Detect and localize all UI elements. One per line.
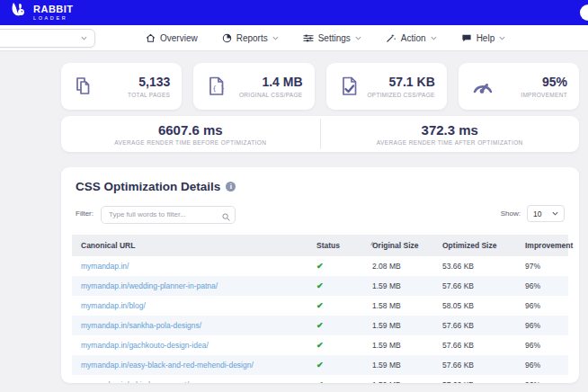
stat-card-total-pages: 5,133 TOTAL PAGES: [61, 63, 182, 110]
original-size-cell: 1.59 MB: [363, 335, 433, 355]
table-row: mymandap.in/easy-black-and-red-mehendi-d…: [72, 355, 568, 375]
filter-label: Filter:: [76, 209, 94, 218]
rabbitloader-logo[interactable]: RABBIT LOADER: [7, 1, 74, 24]
brand-text: RABBIT LOADER: [33, 4, 74, 22]
table-row: mymandap.in/rabindra-sangeet/ ✔ 1.59 MB …: [72, 375, 568, 384]
avatar[interactable]: [580, 4, 588, 21]
stat-value: 57.1 KB: [367, 75, 434, 89]
render-after-value: 372.3 ms: [321, 122, 580, 138]
status-check-icon: ✔: [316, 341, 324, 350]
original-size-cell: 1.59 MB: [363, 316, 433, 335]
stat-card-optimized-css: 57.1 KB OPTIMIZED CSS/PAGE: [326, 63, 447, 110]
page-size-select[interactable]: 10: [527, 205, 565, 222]
nav-item-reports[interactable]: Reports: [222, 33, 279, 43]
improvement-cell: 96%: [516, 355, 568, 375]
optimized-size-cell: 57.66 KB: [433, 276, 516, 296]
col-header-improvement[interactable]: Improvement: [516, 235, 568, 256]
css-optimization-details-card: CSS Optimization Details i Filter: Show:…: [61, 167, 579, 383]
nav-item-label: Overview: [160, 33, 198, 43]
status-check-icon: ✔: [316, 262, 324, 271]
improvement-cell: 97%: [516, 256, 568, 276]
optimized-size-cell: 58.05 KB: [433, 296, 516, 316]
site-selector-dropdown[interactable]: [0, 29, 95, 48]
nav-item-label: Help: [477, 33, 495, 43]
status-check-icon: ✔: [316, 361, 324, 370]
stat-label: TOTAL PAGES: [128, 92, 170, 98]
stat-label: ORIGINAL CSS/PAGE: [239, 92, 302, 98]
canonical-url-link[interactable]: mymandap.in/wedding-planner-in-patna/: [81, 281, 218, 290]
canonical-url-link[interactable]: mymandap.in/easy-black-and-red-mehendi-d…: [81, 361, 254, 370]
canonical-url-link[interactable]: mymandap.in/blog/: [81, 301, 146, 310]
nav-item-label: Action: [401, 33, 426, 43]
nav-item-action[interactable]: Action: [386, 33, 437, 43]
canonical-url-link[interactable]: mymandap.in/sankha-pola-designs/: [81, 321, 201, 330]
render-after: 372.3 ms AVERAGE RENDER TIME AFTER OPTIM…: [320, 119, 580, 149]
original-size-cell: 2.08 MB: [363, 256, 433, 276]
chevron-down-icon: [272, 35, 279, 41]
chevron-down-icon: [499, 35, 505, 41]
nav-item-settings[interactable]: Settings: [303, 33, 361, 43]
stat-card-improvement: 95% IMPROVEMENT: [459, 63, 579, 110]
optimized-size-cell: 57.66 KB: [433, 316, 516, 335]
home-icon: [146, 33, 156, 43]
search-icon: [222, 209, 230, 225]
chevron-down-icon: [431, 35, 437, 41]
sliders-icon: [303, 33, 314, 43]
render-before-value: 6607.6 ms: [61, 122, 320, 138]
original-size-cell: 1.59 MB: [363, 355, 433, 375]
col-header-canonical-url[interactable]: Canonical URL: [72, 235, 307, 256]
optimized-size-cell: 57.66 KB: [433, 335, 516, 355]
optimized-size-cell: 53.66 KB: [433, 256, 516, 276]
table-row: mymandap.in/sankha-pola-designs/ ✔ 1.59 …: [72, 316, 568, 335]
table-row: mymandap.in/wedding-planner-in-patna/ ✔ …: [72, 276, 568, 296]
info-icon[interactable]: i: [226, 182, 236, 192]
rabbit-logo-icon: [7, 1, 29, 24]
render-before-label: AVERAGE RENDER TIME BEFORE OPTIMIZATION: [61, 139, 320, 146]
chevron-down-icon: [355, 35, 361, 41]
css-file-icon: { }: [205, 75, 228, 98]
svg-text:{ }: { }: [212, 85, 225, 93]
stat-card-original-css: { } 1.4 MB ORIGINAL CSS/PAGE: [193, 63, 314, 110]
nav-links: Overview Reports Settings Action: [146, 33, 505, 43]
top-app-bar: RABBIT LOADER: [0, 0, 588, 25]
card-title: CSS Optimization Details: [76, 180, 220, 193]
canonical-url-link[interactable]: mymandap.in/rabindra-sangeet/: [81, 380, 189, 384]
col-header-optimized-size[interactable]: Optimized Size: [433, 235, 516, 256]
stat-label: OPTIMIZED CSS/PAGE: [367, 92, 434, 98]
table-row: mymandap.in/blog/ ✔ 1.58 MB 58.05 KB 96%: [72, 296, 568, 316]
render-after-label: AVERAGE RENDER TIME AFTER OPTIMIZATION: [321, 139, 580, 146]
chat-bubble-icon: [461, 33, 472, 43]
nav-item-overview[interactable]: Overview: [146, 33, 198, 43]
magic-wand-icon: [386, 33, 396, 43]
chevron-down-icon: [81, 35, 87, 41]
filter-row: Filter: Show: 10: [72, 204, 568, 224]
pie-chart-icon: [222, 33, 232, 43]
filter-input[interactable]: [101, 206, 236, 224]
nav-item-label: Reports: [236, 33, 268, 43]
optimization-table: Canonical URL Status ^ Original Size Opt…: [72, 235, 568, 384]
col-header-status[interactable]: Status ^: [307, 235, 363, 256]
nav-item-label: Settings: [318, 33, 351, 43]
file-check-icon: [338, 75, 361, 98]
col-header-original-size[interactable]: Original Size: [363, 235, 433, 256]
original-size-cell: 1.59 MB: [363, 375, 433, 384]
optimized-size-cell: 57.66 KB: [433, 375, 516, 384]
stat-label: IMPROVEMENT: [521, 92, 567, 98]
page-size-value: 10: [533, 209, 541, 218]
status-check-icon: ✔: [316, 321, 324, 330]
table-row: mymandap.in/ ✔ 2.08 MB 53.66 KB 97%: [72, 256, 568, 276]
nav-item-help[interactable]: Help: [461, 33, 506, 43]
chevron-down-icon: [552, 210, 558, 217]
gauge-icon: [470, 76, 495, 97]
stat-value: 1.4 MB: [239, 75, 302, 89]
stat-value: 95%: [521, 75, 567, 89]
canonical-url-link[interactable]: mymandap.in/: [81, 262, 129, 271]
main-navbar: Overview Reports Settings Action: [0, 25, 588, 51]
status-check-icon: ✔: [316, 301, 324, 310]
brand-line2: LOADER: [33, 16, 74, 22]
pages-icon: [73, 75, 96, 98]
stat-value: 5,133: [128, 75, 170, 89]
status-check-icon: ✔: [316, 281, 324, 290]
canonical-url-link[interactable]: mymandap.in/gachkouto-design-idea/: [81, 341, 209, 350]
stats-row: 5,133 TOTAL PAGES { } 1.4 MB ORIGINAL CS…: [61, 63, 579, 110]
